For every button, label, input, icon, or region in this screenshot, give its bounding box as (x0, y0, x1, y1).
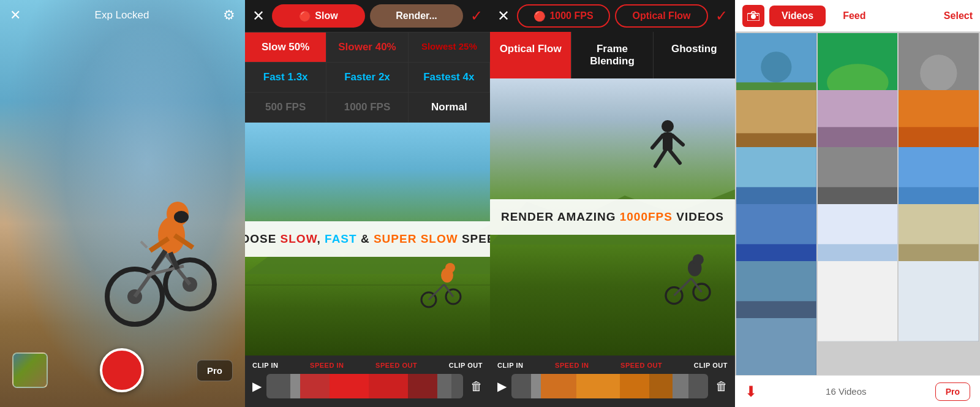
record-button[interactable] (100, 348, 144, 392)
clip-out-label: CLIP OUT (449, 362, 483, 369)
slow-timeline-row: ▶ 🗑 (252, 374, 483, 398)
slow-timeline-track[interactable] (266, 374, 463, 398)
moto-rider-image (98, 162, 221, 333)
slow-play-button[interactable]: ▶ (252, 379, 262, 394)
gallery-grid (735, 32, 980, 375)
slow-timeline-controls: CLIP IN SPEED IN SPEED OUT CLIP OUT ▶ 🗑 (245, 356, 490, 407)
gallery-thumb-15[interactable] (899, 261, 979, 341)
svg-point-39 (761, 51, 791, 82)
download-icon[interactable]: ⬇ (745, 383, 757, 400)
slow-top-bar: ✕ 🔴 Slow Render... ✓ (245, 0, 490, 32)
frame-blending-tab[interactable]: Frame Blending (571, 32, 653, 78)
svg-point-21 (445, 263, 455, 273)
slow-editor-panel: ✕ 🔴 Slow Render... ✓ Slow 50% Slower 40%… (245, 0, 490, 407)
gallery-camera-icon (742, 5, 764, 27)
optical-play-button[interactable]: ▶ (497, 379, 507, 394)
svg-line-25 (652, 135, 663, 148)
gallery-thumb-14[interactable] (818, 261, 898, 341)
gallery-bottom-bar: ⬇ 16 Videos Pro (735, 375, 980, 407)
speed-slower40[interactable]: Slower 40% (326, 32, 408, 63)
gallery-pro-button[interactable]: Pro (935, 382, 970, 401)
optical-clip-out-label: CLIP OUT (694, 362, 728, 369)
optical-speed-in-label: SPEED IN (555, 362, 589, 369)
optical-clip-labels: CLIP IN SPEED IN SPEED OUT CLIP OUT (497, 362, 728, 369)
camera-top-bar: ✕ Exp Locked ⚙ (0, 0, 245, 31)
svg-point-35 (751, 14, 756, 19)
feed-tab[interactable]: Feed (831, 6, 878, 26)
optical-fps-tab[interactable]: 🔴 1000 FPS (517, 4, 610, 28)
speed-out-label: SPEED OUT (375, 362, 417, 369)
svg-point-45 (921, 55, 957, 91)
optical-top-bar: ✕ 🔴 1000 FPS Optical Flow ✓ (490, 0, 735, 32)
optical-close-icon[interactable]: ✕ (497, 7, 510, 25)
speed-1000fps[interactable]: 1000 FPS (326, 93, 408, 123)
svg-point-23 (662, 120, 674, 132)
optical-video-preview: RENDER AMAZING 1000FPS VIDEOS (490, 78, 735, 356)
optical-method-tabs: Optical Flow Frame Blending Ghosting (490, 32, 735, 78)
slow-close-icon[interactable]: ✕ (252, 7, 265, 25)
exp-locked-label: Exp Locked (95, 9, 149, 21)
svg-rect-37 (756, 15, 758, 16)
speed-fastest4x[interactable]: Fastest 4x (409, 63, 490, 93)
optical-clip-in-label: CLIP IN (497, 362, 523, 369)
optical-overlay-card: RENDER AMAZING 1000FPS VIDEOS (490, 199, 735, 235)
slow-trash-icon[interactable]: 🗑 (470, 379, 483, 394)
slow-clip-labels: CLIP IN SPEED IN SPEED OUT CLIP OUT (252, 362, 483, 369)
slow-tab[interactable]: 🔴 Slow (272, 4, 365, 28)
svg-point-34 (693, 254, 704, 265)
optical-timeline-track[interactable] (511, 374, 708, 398)
speed-slowest25[interactable]: Slowest 25% (409, 32, 490, 63)
camera-panel: ✕ Exp Locked ⚙ (0, 0, 245, 407)
gallery-panel: Videos Feed Select (735, 0, 980, 407)
select-button[interactable]: Select (944, 10, 973, 21)
svg-point-9 (174, 211, 189, 223)
slow-check-icon[interactable]: ✓ (470, 7, 483, 25)
ghosting-tab[interactable]: Ghosting (654, 32, 735, 78)
svg-line-12 (153, 251, 165, 269)
camera-bottom-controls: Pro (0, 338, 245, 407)
optical-flow-method-tab[interactable]: Optical Flow (490, 32, 571, 78)
gear-icon[interactable]: ⚙ (223, 7, 235, 23)
speed-faster2x[interactable]: Faster 2x (326, 63, 408, 93)
video-count: 16 Videos (826, 386, 866, 397)
svg-rect-66 (818, 261, 898, 341)
gallery-top-bar: Videos Feed Select (735, 0, 980, 32)
speed-in-label: SPEED IN (310, 362, 344, 369)
optical-flow-tab[interactable]: Optical Flow (615, 4, 708, 28)
svg-line-27 (655, 151, 665, 166)
optical-editor-panel: ✕ 🔴 1000 FPS Optical Flow ✓ Optical Flow… (490, 0, 735, 407)
svg-line-28 (670, 151, 680, 163)
optical-check-icon[interactable]: ✓ (715, 7, 728, 25)
svg-rect-68 (736, 318, 816, 375)
clip-in-label: CLIP IN (252, 362, 278, 369)
optical-trash-icon[interactable]: 🗑 (715, 379, 728, 394)
speed-options-grid: Slow 50% Slower 40% Slowest 25% Fast 1.3… (245, 32, 490, 123)
videos-tab[interactable]: Videos (769, 6, 826, 26)
speed-500fps[interactable]: 500 FPS (245, 93, 326, 123)
speed-normal[interactable]: Normal (409, 93, 490, 123)
svg-rect-67 (899, 261, 979, 341)
slow-overlay-card: CHOOSE SLOW, FAST & SUPER SLOW SPEEDS (245, 221, 490, 257)
pro-badge[interactable]: Pro (197, 360, 233, 381)
camera-close-icon[interactable]: ✕ (10, 7, 21, 23)
optical-timeline-row: ▶ 🗑 (497, 374, 728, 398)
render-tab[interactable]: Render... (370, 4, 463, 28)
thumbnail-preview[interactable] (12, 352, 48, 388)
gallery-thumb-16[interactable] (736, 318, 816, 375)
speed-slow50[interactable]: Slow 50% (245, 32, 326, 63)
slow-video-preview: CHOOSE SLOW, FAST & SUPER SLOW SPEEDS (245, 123, 490, 356)
speed-fast13[interactable]: Fast 1.3x (245, 63, 326, 93)
svg-line-14 (141, 242, 147, 248)
svg-line-26 (673, 135, 683, 145)
optical-timeline-controls: CLIP IN SPEED IN SPEED OUT CLIP OUT ▶ 🗑 (490, 356, 735, 407)
optical-speed-out-label: SPEED OUT (620, 362, 662, 369)
